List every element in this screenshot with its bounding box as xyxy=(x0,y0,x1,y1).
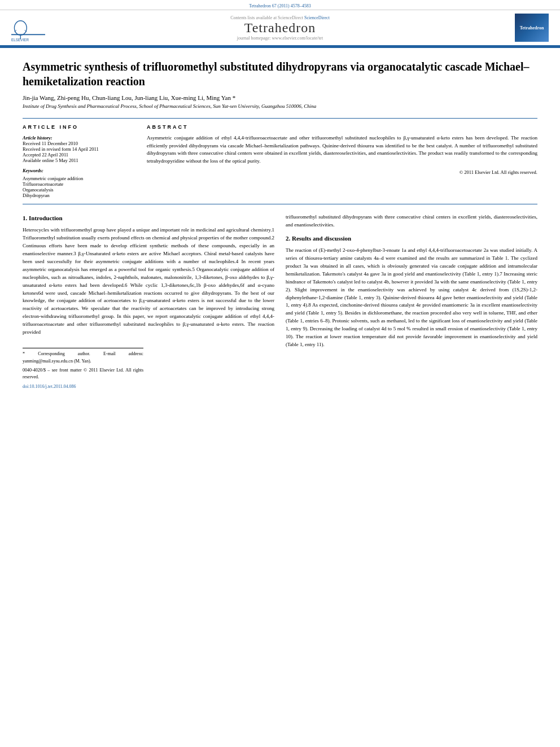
body-column-left: 1. Introduction Heterocycles with triflu… xyxy=(23,213,274,390)
keywords-label: Keywords: xyxy=(23,168,135,173)
tetrahedron-logo-icon: Tetrahedron xyxy=(515,14,549,42)
section1-title: 1. Introduction xyxy=(23,213,274,223)
section2-title: 2. Results and discussion xyxy=(286,234,537,243)
article-content: Asymmetric synthesis of trifluoromethyl … xyxy=(0,48,560,401)
elsevier-logo-area: ELSEVIER xyxy=(6,14,51,42)
keyword-1: Asymmetric conjugate addition xyxy=(23,176,135,181)
svg-rect-0 xyxy=(11,34,45,35)
section2-intro: trifluoromethyl substituted dihydropyran… xyxy=(286,213,537,229)
keyword-4: Dihydropyran xyxy=(23,193,135,198)
journal-top-bar: Tetrahedron 67 (2011) 4578–4583 xyxy=(0,0,560,10)
corresponding-author-note: * Corresponding author. E-mail address: … xyxy=(23,351,143,365)
section2-paragraph: The reaction of (E)-methyl 2-oxo-4-pheny… xyxy=(286,247,537,349)
body-section: 1. Introduction Heterocycles with triflu… xyxy=(23,213,537,390)
abstract-heading: ABSTRACT xyxy=(147,124,537,130)
article-info-column: ARTICLE INFO Article history: Received 1… xyxy=(23,124,135,198)
article-affiliation: Institute of Drug Synthesis and Pharmace… xyxy=(23,103,537,109)
svg-point-1 xyxy=(14,21,27,35)
journal-reference: Tetrahedron 67 (2011) 4578–4583 xyxy=(249,3,311,8)
journal-center-info: Contents lists available at ScienceDirec… xyxy=(51,14,509,42)
elsevier-logo-icon: ELSEVIER xyxy=(8,14,48,42)
abstract-text: Asymmetric conjugate addition of ethyl 4… xyxy=(147,134,537,165)
article-history-group: Article history: Received 11 December 20… xyxy=(23,134,135,163)
doi-line: doi:10.1016/j.tet.2011.04.086 xyxy=(23,383,143,390)
tetrahedron-logo-area: Tetrahedron xyxy=(509,14,554,42)
received-date: Received 11 December 2010 xyxy=(23,141,135,146)
journal-header: ELSEVIER Contents lists available at Sci… xyxy=(0,10,560,46)
journal-title: Tetrahedron xyxy=(51,20,509,36)
body-column-right: trifluoromethyl substituted dihydropyran… xyxy=(286,213,537,390)
revised-date: Received in revised form 14 April 2011 xyxy=(23,146,135,152)
history-label: Article history: xyxy=(23,135,53,141)
article-info-abstract-section: ARTICLE INFO Article history: Received 1… xyxy=(23,118,537,204)
keyword-3: Organocatalysis xyxy=(23,187,135,193)
section1-paragraph: Heterocycles with trifluoromethyl group … xyxy=(23,226,274,337)
keywords-section: Keywords: Asymmetric conjugate addition … xyxy=(23,168,135,198)
journal-homepage: journal homepage: www.elsevier.com/locat… xyxy=(51,36,509,41)
footnote-area: * Corresponding author. E-mail address: … xyxy=(23,348,143,390)
svg-text:ELSEVIER: ELSEVIER xyxy=(11,38,29,42)
copyright-bottom: 0040-4020/$ – see front matter © 2011 El… xyxy=(23,367,143,381)
online-date: Available online 5 May 2011 xyxy=(23,158,135,163)
article-info-heading: ARTICLE INFO xyxy=(23,124,135,130)
sciencedirect-link[interactable]: ScienceDirect xyxy=(304,15,330,20)
accepted-date: Accepted 22 April 2011 xyxy=(23,152,135,158)
sciencedirect-text: Contents lists available at ScienceDirec… xyxy=(51,15,509,20)
abstract-column: ABSTRACT Asymmetric conjugate addition o… xyxy=(147,124,537,198)
keyword-2: Trifluoroacetoacetate xyxy=(23,181,135,187)
copyright-notice: © 2011 Elsevier Ltd. All rights reserved… xyxy=(147,169,537,175)
article-title: Asymmetric synthesis of trifluoromethyl … xyxy=(23,59,537,89)
article-authors: Jin-jia Wang, Zhi-peng Hu, Chun-liang Lo… xyxy=(23,94,537,101)
